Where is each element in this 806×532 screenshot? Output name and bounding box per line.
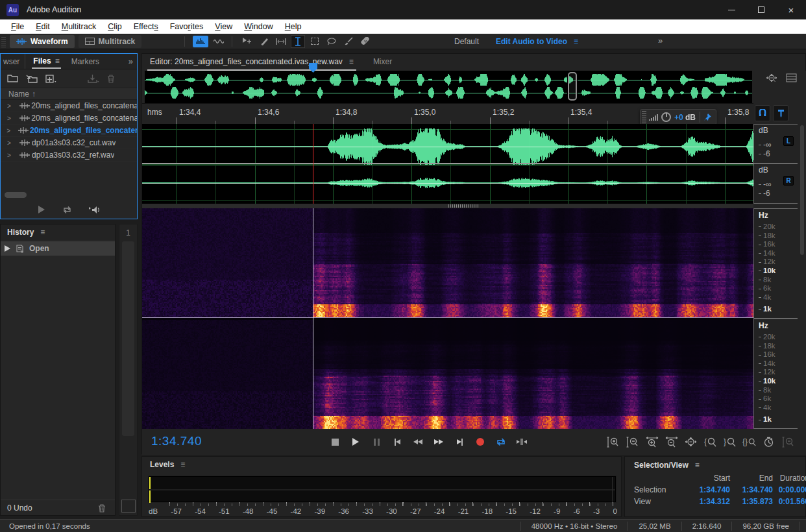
import-file-button[interactable]: [26, 75, 38, 83]
amplitude-scale-left[interactable]: dB -∞ -6 L: [753, 124, 798, 163]
pitch-timer-button[interactable]: [762, 435, 775, 448]
overview-menu-icon[interactable]: [786, 73, 797, 84]
gain-hud[interactable]: +0 dB: [640, 109, 716, 125]
tab-browser-truncated[interactable]: wser: [1, 54, 25, 69]
view-start[interactable]: 1:34.312: [687, 497, 730, 506]
selection-end[interactable]: 1:34.740: [730, 485, 773, 494]
file-row[interactable]: > dp01a3s03.c32_cut.wav: [1, 137, 137, 149]
waveform-display[interactable]: [142, 124, 753, 204]
new-content-button[interactable]: [45, 75, 56, 83]
menu-help[interactable]: Help: [279, 19, 308, 34]
editor-vscrollbar[interactable]: [798, 71, 806, 429]
tab-mixer[interactable]: Mixer: [373, 57, 392, 71]
selection-start[interactable]: 1:34.740: [687, 485, 730, 494]
pause-button[interactable]: [371, 436, 382, 448]
view-end[interactable]: 1:35.873: [730, 497, 773, 506]
expand-chevron-icon[interactable]: >: [1, 103, 18, 110]
zoom-reset-icon[interactable]: [766, 73, 777, 84]
delete-file-button[interactable]: [107, 75, 115, 83]
marquee-selection-tool-button[interactable]: [308, 35, 322, 48]
workspace-active-button[interactable]: Edit Audio to Video ≡: [496, 37, 578, 46]
workspace-default-button[interactable]: Default: [454, 37, 479, 46]
current-time-display[interactable]: 1:34.740: [151, 434, 202, 448]
menu-effects[interactable]: Effects: [128, 19, 164, 34]
add-marker-button[interactable]: [773, 105, 788, 121]
view-duration[interactable]: 0:01.560: [773, 497, 806, 506]
zoom-to-out-point-button[interactable]: }: [723, 435, 737, 448]
menu-multitrack[interactable]: Multitrack: [56, 19, 103, 34]
minimize-button[interactable]: [716, 0, 746, 19]
expand-chevron-icon[interactable]: >: [1, 127, 16, 134]
expand-chevron-icon[interactable]: >: [1, 115, 18, 122]
maximize-button[interactable]: [746, 0, 776, 19]
zoom-in-amplitude-button[interactable]: [606, 435, 620, 448]
time-selection-tool-button[interactable]: [291, 35, 305, 48]
gain-value[interactable]: +0 dB: [674, 113, 696, 122]
loop-playback-button[interactable]: [495, 436, 507, 448]
channel-divider[interactable]: [142, 163, 753, 164]
rewind-button[interactable]: [412, 436, 424, 448]
files-hscrollbar[interactable]: [5, 192, 27, 198]
zoom-reset-button[interactable]: [684, 435, 698, 448]
play-button[interactable]: [350, 436, 361, 448]
preview-loop-button[interactable]: [62, 206, 72, 214]
overview-navigator-handle[interactable]: [568, 72, 577, 101]
gain-knob[interactable]: [661, 112, 671, 122]
auto-play-button[interactable]: [89, 206, 100, 214]
clear-history-button[interactable]: [98, 504, 106, 513]
preview-play-button[interactable]: [38, 206, 45, 213]
move-tool-button[interactable]: [240, 35, 254, 48]
files-name-column-header[interactable]: Name ↑: [1, 88, 137, 100]
frequency-scale-left[interactable]: Hz 20k 18k 16k 14k 12k 10k 8k 6k 4k 1k: [753, 208, 798, 319]
file-row-selected[interactable]: > 20ms_aligned_files_concatena: [1, 125, 137, 137]
tab-files[interactable]: Files ≡: [32, 54, 60, 69]
zoom-in-time-button[interactable]: [645, 435, 659, 448]
selection-duration[interactable]: 0:00.000: [773, 485, 806, 494]
files-tabs-overflow-icon[interactable]: »: [128, 56, 133, 66]
waveform-mode-button[interactable]: Waveform: [10, 35, 75, 48]
hscrollbar-handle[interactable]: [448, 204, 478, 208]
toolbar-grip[interactable]: [1, 36, 6, 47]
vscrollbar-thumb[interactable]: [800, 125, 804, 255]
overview-waveform[interactable]: [145, 71, 752, 103]
level-meter[interactable]: [149, 476, 616, 502]
toolbar-overflow-button[interactable]: »: [658, 36, 663, 45]
slip-tool-button[interactable]: [274, 35, 288, 48]
right-channel-badge[interactable]: R: [783, 176, 794, 186]
hud-pin-button[interactable]: [703, 113, 712, 121]
multitrack-mode-button[interactable]: Multitrack: [79, 35, 142, 48]
zoom-selection-disabled-button[interactable]: [781, 435, 795, 448]
export-file-button[interactable]: [88, 75, 99, 83]
left-channel-badge[interactable]: L: [783, 136, 794, 146]
tab-editor[interactable]: Editor: 20ms_aligned_files_concatenated.…: [147, 54, 356, 71]
menu-window[interactable]: Window: [238, 19, 278, 34]
ruler-unit-label[interactable]: hms: [147, 108, 162, 117]
menu-file[interactable]: File: [5, 19, 30, 34]
editor-panel-menu-icon[interactable]: ≡: [349, 57, 354, 66]
menu-edit[interactable]: Edit: [30, 19, 56, 34]
fast-forward-button[interactable]: [433, 436, 445, 448]
waveform-view-button[interactable]: [193, 36, 208, 47]
skip-selection-button[interactable]: [516, 436, 528, 448]
hud-grip-handle[interactable]: [642, 111, 646, 123]
paintbrush-tool-button[interactable]: [341, 35, 356, 48]
file-row[interactable]: > 20ms_aligned_files_concatena: [1, 100, 137, 112]
file-row[interactable]: > dp01a3s03.c32_ref.wav: [1, 149, 137, 162]
menu-view[interactable]: View: [209, 19, 238, 34]
skip-to-end-button[interactable]: [454, 436, 465, 448]
snapping-toggle-button[interactable]: [755, 105, 770, 121]
zoom-to-selection-button[interactable]: {}: [742, 435, 756, 448]
menu-clip[interactable]: Clip: [102, 19, 128, 34]
selection-view-menu-icon[interactable]: ≡: [695, 461, 700, 470]
tab-markers[interactable]: Markers: [71, 57, 99, 66]
files-panel-menu-icon[interactable]: ≡: [55, 56, 60, 66]
frequency-scale-right[interactable]: Hz 20k 18k 16k 14k 12k 10k 8k 6k 4k 1k: [753, 319, 798, 429]
levels-menu-icon[interactable]: ≡: [180, 460, 185, 469]
strip-scroll-thumb[interactable]: [122, 241, 134, 436]
spectral-view-button[interactable]: [211, 36, 226, 47]
editor-hscrollbar[interactable]: [142, 204, 753, 208]
spot-healing-tool-button[interactable]: [358, 35, 372, 48]
history-entry-open[interactable]: Open: [1, 241, 115, 256]
expand-chevron-icon[interactable]: >: [1, 139, 18, 147]
stop-button[interactable]: [329, 436, 341, 448]
